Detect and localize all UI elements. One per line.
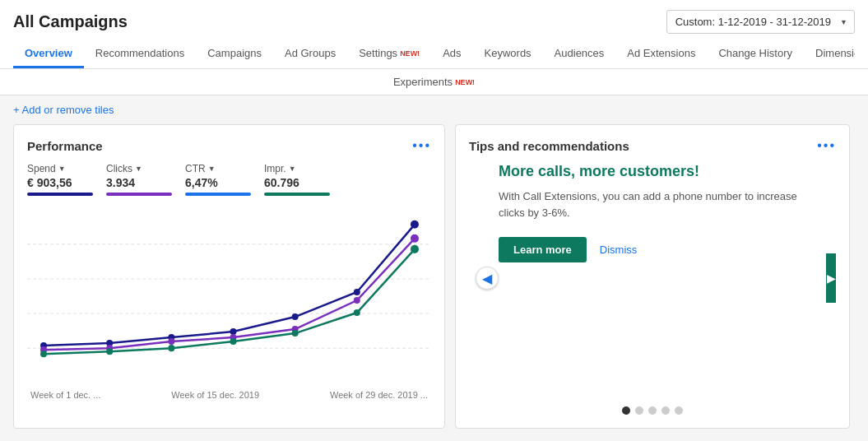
dot-1[interactable] xyxy=(622,406,630,415)
x-label-3: Week of 29 dec. 2019 ... xyxy=(330,390,428,400)
svg-point-21 xyxy=(230,338,237,345)
svg-point-13 xyxy=(168,338,174,345)
experiments-new-badge: NEW! xyxy=(455,78,475,86)
metric-impr-label[interactable]: Impr. ▼ xyxy=(264,163,330,174)
metric-spend-label[interactable]: Spend ▼ xyxy=(27,163,93,174)
date-range-picker[interactable]: Custom: 1-12-2019 - 31-12-2019 xyxy=(666,10,855,34)
add-tiles-button[interactable]: + Add or remove tiles xyxy=(13,104,114,116)
tips-nav-left-button[interactable]: ◀ xyxy=(476,267,499,290)
svg-point-24 xyxy=(411,245,419,253)
main-content: Performance ••• Spend ▼ € 903,56 Clicks … xyxy=(0,124,868,441)
clicks-dropdown-arrow: ▼ xyxy=(135,165,142,173)
ctr-bar xyxy=(185,193,251,196)
svg-point-10 xyxy=(411,220,419,229)
svg-point-17 xyxy=(411,234,419,243)
settings-new-badge: NEW! xyxy=(400,49,420,58)
tips-content: More calls, more customers! With Call Ex… xyxy=(469,163,836,262)
dot-4[interactable] xyxy=(661,406,670,415)
x-label-1: Week of 1 dec. ... xyxy=(30,390,100,400)
metric-clicks: Clicks ▼ 3.934 xyxy=(106,163,172,196)
tab-ads[interactable]: Ads xyxy=(431,40,472,68)
svg-point-23 xyxy=(354,309,360,316)
impr-dropdown-arrow: ▼ xyxy=(289,165,296,173)
tab-ad-extensions[interactable]: Ad Extensions xyxy=(615,40,707,68)
nav-tabs: Overview Recommendations Campaigns Ad Gr… xyxy=(13,40,855,68)
learn-more-button[interactable]: Learn more xyxy=(499,237,587,262)
metric-clicks-label[interactable]: Clicks ▼ xyxy=(106,163,172,174)
svg-point-8 xyxy=(292,313,299,320)
svg-point-16 xyxy=(354,297,360,304)
metric-impr-value: 60.796 xyxy=(264,176,330,189)
svg-point-7 xyxy=(230,328,237,335)
impr-bar xyxy=(264,193,330,196)
dot-2[interactable] xyxy=(635,406,643,415)
tips-nav-right-button[interactable]: ▶ xyxy=(826,253,836,303)
metric-spend: Spend ▼ € 903,56 xyxy=(27,163,93,196)
svg-point-18 xyxy=(40,350,47,357)
metric-ctr-label[interactable]: CTR ▼ xyxy=(185,163,251,174)
metric-spend-value: € 903,56 xyxy=(27,176,93,189)
tab-overview[interactable]: Overview xyxy=(13,40,84,68)
tips-tile-title: Tips and recommendations xyxy=(469,139,629,153)
svg-point-9 xyxy=(354,289,360,295)
tab-keywords[interactable]: Keywords xyxy=(473,40,543,68)
x-label-2: Week of 15 dec. 2019 xyxy=(171,390,259,400)
tips-tile: Tips and recommendations ••• ◀ ▶ More ca… xyxy=(455,124,850,429)
sub-nav: Experiments NEW! xyxy=(0,69,868,95)
metric-ctr: CTR ▼ 6,47% xyxy=(185,163,251,196)
metrics-row: Spend ▼ € 903,56 Clicks ▼ 3.934 CTR ▼ xyxy=(27,163,431,196)
metric-ctr-value: 6,47% xyxy=(185,176,251,189)
tab-settings[interactable]: Settings NEW! xyxy=(347,40,431,68)
tips-actions: Learn more Dismiss xyxy=(499,237,823,262)
dismiss-button[interactable]: Dismiss xyxy=(600,244,638,256)
svg-point-20 xyxy=(168,345,174,351)
tips-body: With Call Extensions, you can add a phon… xyxy=(499,188,823,220)
chart-x-labels: Week of 1 dec. ... Week of 15 dec. 2019 … xyxy=(27,390,431,400)
tab-recommendations[interactable]: Recommendations xyxy=(84,40,196,68)
metric-clicks-value: 3.934 xyxy=(106,176,172,189)
sub-nav-experiments[interactable]: Experiments NEW! xyxy=(383,72,485,91)
tips-heading: More calls, more customers! xyxy=(499,163,823,180)
performance-tile: Performance ••• Spend ▼ € 903,56 Clicks … xyxy=(13,124,445,429)
performance-tile-menu[interactable]: ••• xyxy=(412,138,431,153)
page-header: All Campaigns Custom: 1-12-2019 - 31-12-… xyxy=(0,0,868,69)
toolbar: + Add or remove tiles xyxy=(0,95,868,124)
performance-chart xyxy=(27,206,431,387)
svg-point-19 xyxy=(106,348,113,355)
tips-tile-menu[interactable]: ••• xyxy=(817,138,836,153)
performance-tile-title: Performance xyxy=(27,139,103,153)
tab-change-history[interactable]: Change History xyxy=(707,40,804,68)
clicks-bar xyxy=(106,193,172,196)
page-title: All Campaigns xyxy=(13,12,128,31)
tab-campaigns[interactable]: Campaigns xyxy=(196,40,273,68)
ctr-dropdown-arrow: ▼ xyxy=(208,165,216,173)
tab-dimensions[interactable]: Dimensions xyxy=(804,40,855,68)
dot-5[interactable] xyxy=(675,406,683,415)
svg-point-22 xyxy=(292,330,299,337)
dot-3[interactable] xyxy=(648,406,657,415)
dots-navigation xyxy=(469,406,836,415)
spend-dropdown-arrow: ▼ xyxy=(58,165,66,173)
metric-impr: Impr. ▼ 60.796 xyxy=(264,163,330,196)
tab-audiences[interactable]: Audiences xyxy=(543,40,616,68)
tab-ad-groups[interactable]: Ad Groups xyxy=(273,40,347,68)
spend-bar xyxy=(27,193,93,196)
